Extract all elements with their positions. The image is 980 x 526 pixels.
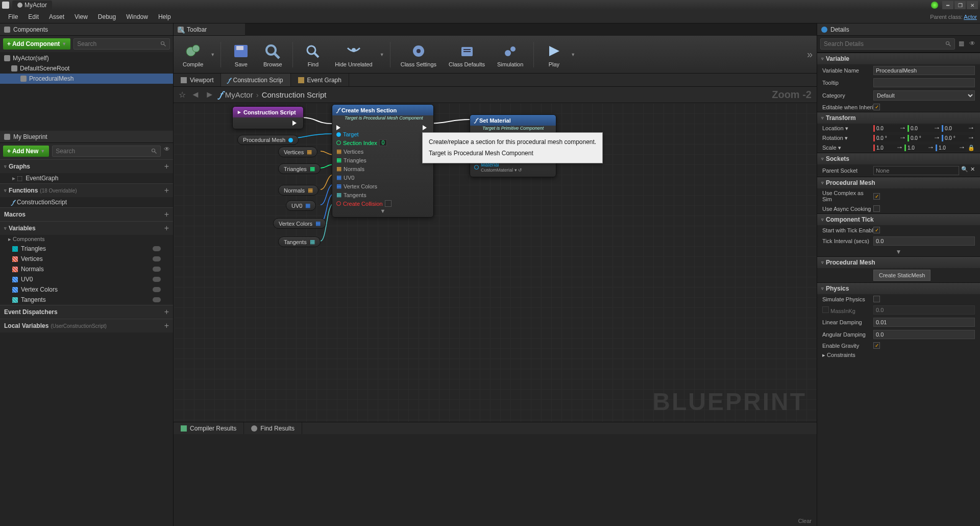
parent-socket-input[interactable] xyxy=(873,166,959,175)
play-button[interactable]: Play xyxy=(539,40,569,69)
add-localvar-button[interactable]: + xyxy=(164,321,169,330)
crumb-leaf[interactable]: Construction Script xyxy=(262,90,327,99)
section-physics[interactable]: ▿Physics xyxy=(817,282,980,294)
graph-item[interactable]: ▸ ⬚EventGraph xyxy=(0,173,173,183)
function-item[interactable]: 𝑓ConstructionScript xyxy=(0,197,173,207)
rotation-input[interactable]: 0.0 °⭢0.0 °⭢0.0 °⭢ xyxy=(873,135,975,141)
simulation-button[interactable]: Simulation xyxy=(492,40,528,69)
components-search-input[interactable] xyxy=(74,38,170,50)
menu-help[interactable]: Help xyxy=(153,11,176,22)
tooltip-input[interactable] xyxy=(873,78,975,87)
section-sockets[interactable]: ▿Sockets xyxy=(817,153,980,164)
variable-item[interactable]: Vertices xyxy=(0,254,173,264)
variable-get-vertices[interactable]: Vertices▦ xyxy=(278,147,317,157)
window-tab[interactable]: MyActor xyxy=(12,1,52,10)
variable-get-procedural-mesh[interactable]: Procedural Mesh xyxy=(237,135,299,145)
property-matrix-icon[interactable]: ▦ xyxy=(957,38,966,50)
crumb-root[interactable]: MyActor xyxy=(225,90,253,99)
tab-compiler-results[interactable]: Compiler Results xyxy=(174,422,244,434)
async-checkbox[interactable] xyxy=(873,205,880,212)
variable-get-vertex-colors[interactable]: Vertex Colors▦ xyxy=(273,218,326,229)
simulate-physics-checkbox[interactable] xyxy=(873,296,880,302)
exec-in-pin[interactable] xyxy=(336,125,343,130)
class-defaults-button[interactable]: Class Defaults xyxy=(444,40,490,69)
variable-item[interactable]: Triangles xyxy=(0,244,173,254)
menu-asset[interactable]: Asset xyxy=(44,11,69,22)
source-control-icon[interactable] xyxy=(931,2,938,9)
add-macro-button[interactable]: + xyxy=(164,210,169,219)
add-dispatcher-button[interactable]: + xyxy=(164,307,169,317)
section-variables[interactable]: ▿Variables+ xyxy=(0,221,173,235)
toolbar-overflow-icon[interactable]: » xyxy=(807,49,813,60)
compile-button[interactable]: Compile xyxy=(178,40,208,69)
tick-interval-input[interactable] xyxy=(873,236,975,246)
target-pin[interactable] xyxy=(336,132,341,137)
browse-button[interactable]: Browse xyxy=(258,40,287,69)
parent-class-link[interactable]: Actor xyxy=(964,14,977,20)
blueprint-search-input[interactable] xyxy=(52,146,161,157)
add-function-button[interactable]: + xyxy=(164,186,169,195)
compile-dropdown[interactable]: ▼ xyxy=(210,52,215,57)
add-component-button[interactable]: + Add Component▼ xyxy=(3,38,70,50)
variable-item[interactable]: UV0 xyxy=(0,274,173,284)
array-pin-icon[interactable]: ▦ xyxy=(336,183,341,189)
exec-out-pin[interactable] xyxy=(292,121,299,126)
nav-fwd-button[interactable]: ► xyxy=(205,89,214,100)
visibility-toggle[interactable] xyxy=(153,256,161,261)
menu-debug[interactable]: Debug xyxy=(93,11,121,22)
tab-construction-script[interactable]: 𝑓Construction Scrip xyxy=(221,74,290,86)
gravity-checkbox[interactable] xyxy=(873,342,880,349)
section-functions[interactable]: ▿Functions (18 Overridable)+ xyxy=(0,183,173,197)
hide-dropdown[interactable]: ▼ xyxy=(380,52,385,57)
output-pin[interactable] xyxy=(288,138,293,142)
add-variable-button[interactable]: + xyxy=(164,224,169,233)
menu-file[interactable]: File xyxy=(3,11,23,22)
array-pin-icon[interactable]: ▦ xyxy=(336,148,341,155)
tree-item[interactable]: DefaultSceneRoot xyxy=(0,63,173,74)
eye-icon[interactable]: 👁 xyxy=(164,146,170,157)
eye-icon[interactable]: 👁 xyxy=(968,38,977,50)
section-local-vars[interactable]: Local Variables (UserConstructionScript)… xyxy=(0,319,173,332)
variable-item[interactable]: Tangents xyxy=(0,295,173,305)
section-index-pin[interactable] xyxy=(336,140,341,145)
constraints-toggle[interactable]: ▸ Constraints xyxy=(822,352,873,358)
expand-icon[interactable]: ▼ xyxy=(817,247,980,256)
close-button[interactable]: ✕ xyxy=(967,1,978,9)
tab-event-graph[interactable]: Event Graph xyxy=(291,74,349,86)
complex-checkbox[interactable] xyxy=(873,193,880,200)
tab-viewport[interactable]: Viewport xyxy=(174,74,221,86)
save-button[interactable]: Save xyxy=(226,40,256,69)
angular-damping-input[interactable] xyxy=(873,330,975,339)
add-new-button[interactable]: + Add New▼ xyxy=(3,146,49,157)
material-pin[interactable] xyxy=(474,165,479,170)
variable-get-triangles[interactable]: Triangles▦ xyxy=(278,163,321,174)
visibility-toggle[interactable] xyxy=(153,246,161,251)
minimize-button[interactable]: ━ xyxy=(942,1,953,9)
node-create-mesh-section[interactable]: 𝑓Create Mesh Section Target is Procedura… xyxy=(332,104,434,218)
add-graph-button[interactable]: + xyxy=(164,162,169,171)
menu-window[interactable]: Window xyxy=(121,11,153,22)
linear-damping-input[interactable] xyxy=(873,318,975,327)
components-panel-tab[interactable]: Components xyxy=(0,23,173,36)
editable-checkbox[interactable] xyxy=(873,104,880,110)
section-macros[interactable]: Macros+ xyxy=(0,207,173,221)
variable-get-normals[interactable]: Normals▦ xyxy=(278,185,318,196)
clear-button[interactable]: Clear xyxy=(798,518,812,524)
maximize-button[interactable]: ❐ xyxy=(954,1,966,9)
tree-item[interactable]: ProceduralMesh xyxy=(0,74,173,84)
node-construction-script[interactable]: ▸Construction Script xyxy=(232,106,304,129)
variable-get-tangents[interactable]: Tangents▦ xyxy=(278,236,321,247)
details-panel-tab[interactable]: Details xyxy=(817,23,980,36)
section-dispatchers[interactable]: Event Dispatchers+ xyxy=(0,305,173,319)
location-input[interactable]: 0.0⭢0.0⭢0.0⭢ xyxy=(873,125,975,132)
variable-name-input[interactable] xyxy=(873,66,975,75)
section-component-tick[interactable]: ▿Component Tick xyxy=(817,213,980,225)
create-static-mesh-button[interactable]: Create StaticMesh xyxy=(873,270,930,281)
favorite-icon[interactable]: ☆ xyxy=(179,90,186,100)
exec-out-pin[interactable] xyxy=(423,125,429,130)
array-pin-icon[interactable]: ▦ xyxy=(336,174,341,181)
tab-find-results[interactable]: Find Results xyxy=(244,422,302,434)
my-blueprint-tab[interactable]: My Blueprint xyxy=(0,131,173,143)
hide-unrelated-button[interactable]: Hide Unrelated xyxy=(330,40,377,69)
category-select[interactable]: Default xyxy=(873,90,975,101)
